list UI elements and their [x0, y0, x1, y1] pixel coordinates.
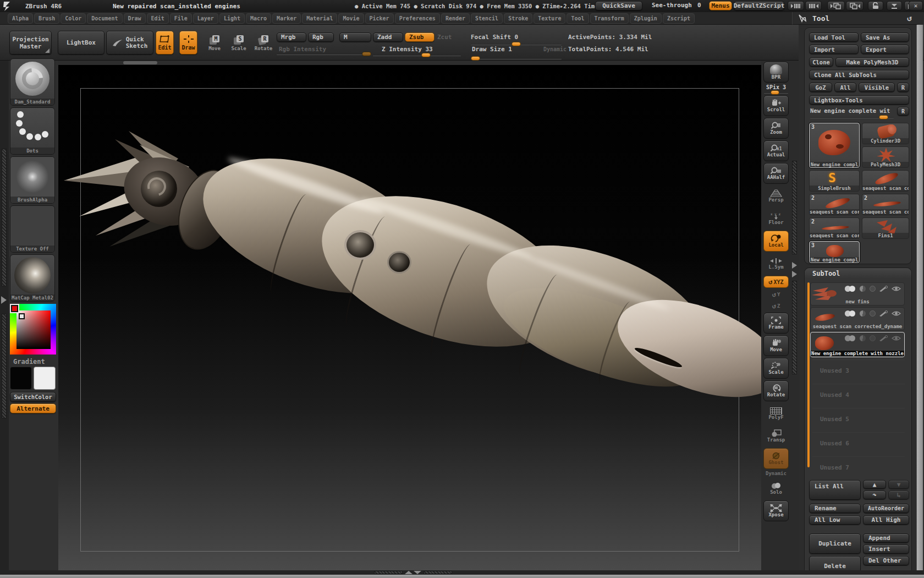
tray-collapse-left-icon[interactable]: [827, 1, 845, 10]
alpha-selector[interactable]: BrushAlpha: [10, 156, 55, 204]
menu-item[interactable]: Brush: [34, 13, 59, 24]
tool-thumb-seaquest-2[interactable]: 2 seaquest scan cor: [809, 194, 860, 215]
xyz-rotate-button[interactable]: ↺ XYZ: [763, 276, 789, 288]
z-intensity-slider[interactable]: [373, 55, 461, 56]
rotate-button[interactable]: R Rotate: [252, 32, 274, 54]
ghost-button[interactable]: Ghost: [763, 448, 789, 469]
menu-item[interactable]: Stroke: [504, 13, 532, 24]
goz-all-button[interactable]: All: [834, 83, 856, 92]
material-selector[interactable]: MatCap Metal02: [10, 254, 55, 302]
all-low-button[interactable]: All Low: [809, 515, 861, 525]
transp-button[interactable]: Transp: [763, 426, 789, 446]
goz-r-button[interactable]: R: [897, 83, 909, 92]
right-tray-divider[interactable]: [792, 62, 798, 570]
menu-item[interactable]: Draw: [124, 13, 146, 24]
tray-collapse-down-icon[interactable]: [414, 571, 421, 574]
lsym-button[interactable]: L.Sym: [763, 253, 789, 274]
halftone-icon[interactable]: [870, 310, 876, 317]
y-rotate-button[interactable]: ↺Y: [763, 290, 789, 299]
menu-item[interactable]: File: [170, 13, 192, 24]
subtool-unused-item[interactable]: Unused 6: [812, 432, 905, 454]
tool-thumb-simplebrush[interactable]: S SimpleBrush: [809, 170, 860, 192]
divider-left-icon[interactable]: [788, 1, 804, 10]
quicksave-button[interactable]: QuickSave: [595, 1, 642, 10]
divider-right-icon[interactable]: [805, 1, 822, 10]
scale-button[interactable]: S Scale: [229, 32, 249, 54]
menu-item[interactable]: Edit: [147, 13, 169, 24]
menu-item[interactable]: Stencil: [471, 13, 503, 24]
menu-item[interactable]: Alpha: [8, 13, 33, 24]
focal-shift-handle[interactable]: [512, 42, 521, 46]
shade-icon[interactable]: [860, 310, 866, 317]
lightbox-tools-button[interactable]: Lightbox▸Tools: [809, 95, 909, 105]
menu-item[interactable]: Light: [219, 13, 245, 24]
subtool-item-new-engine-selected[interactable]: New engine complete with nozzle: [810, 332, 905, 357]
tool-thumb-seaquest-4[interactable]: 2 seaquest scan cor: [809, 217, 860, 239]
append-button[interactable]: Append: [863, 533, 909, 543]
polypaint-icon[interactable]: [845, 335, 856, 341]
subtool-move-down-hierarchy-button[interactable]: ↳: [888, 490, 909, 499]
move-button[interactable]: M Move: [205, 32, 224, 54]
bottom-tray-edge[interactable]: [0, 575, 924, 578]
subtool-unused-item[interactable]: Unused 4: [812, 384, 905, 406]
zcut-button[interactable]: Zcut: [437, 34, 452, 41]
minimize-icon[interactable]: [887, 1, 902, 10]
shade-icon[interactable]: [860, 286, 866, 292]
subtool-down-button[interactable]: ▼: [888, 480, 909, 489]
current-tool-slider[interactable]: [810, 117, 894, 118]
picker-cursor[interactable]: [19, 313, 25, 319]
spix-control[interactable]: SPix 3: [763, 84, 789, 94]
tray-collapse-right-icon[interactable]: [846, 1, 864, 10]
all-high-button[interactable]: All High: [863, 515, 909, 525]
main-color-swatch[interactable]: [11, 305, 18, 312]
tool-thumb-fins1[interactable]: Fins1: [862, 217, 909, 239]
menu-item[interactable]: Document: [87, 13, 122, 24]
aahalf-button[interactable]: AAHalf: [763, 163, 789, 184]
make-polymesh3d-button[interactable]: Make PolyMesh3D: [835, 57, 909, 67]
move-view-button[interactable]: Move: [763, 335, 789, 356]
insert-button[interactable]: Insert: [863, 544, 909, 554]
viewport-canvas[interactable]: [58, 65, 761, 570]
rgb-button[interactable]: Rgb: [308, 32, 334, 42]
menu-item[interactable]: Texture: [534, 13, 565, 24]
rgb-intensity-slider[interactable]: [277, 54, 371, 55]
zsub-button[interactable]: Zsub: [405, 32, 435, 42]
menu-item[interactable]: Tool: [566, 13, 588, 24]
paintbrush-icon[interactable]: [879, 310, 888, 317]
canvas-top-scrollbar-handle[interactable]: [123, 61, 157, 64]
menu-item[interactable]: Render: [441, 13, 470, 24]
mrgb-button[interactable]: Mrgb: [277, 32, 306, 42]
menu-item[interactable]: Zscript: [663, 13, 695, 24]
subtool-header[interactable]: SubTool: [805, 268, 911, 279]
actual-button[interactable]: x1 Actual: [763, 140, 789, 161]
texture-selector[interactable]: Texture Off: [10, 205, 55, 253]
menu-item[interactable]: Preferences: [395, 13, 440, 24]
projection-master-button[interactable]: Projection Master: [9, 31, 52, 54]
save-as-button[interactable]: Save As: [861, 32, 909, 42]
brush-selector[interactable]: Dam_Standard: [10, 58, 55, 106]
local-button[interactable]: Local: [763, 231, 789, 252]
scroll-button[interactable]: Scroll: [763, 95, 789, 116]
subtool-up-button[interactable]: ▲: [863, 480, 886, 489]
autoreorder-button[interactable]: AutoReorder: [863, 504, 909, 513]
tray-expand-up-icon[interactable]: [405, 571, 413, 574]
tool-thumb-seaquest-3[interactable]: 2 seaquest scan cor: [862, 194, 909, 215]
del-other-button[interactable]: Del Other: [863, 556, 909, 565]
subtool-scrollbar[interactable]: [807, 282, 810, 467]
current-tool-slider-handle[interactable]: [879, 115, 888, 119]
export-button[interactable]: Export: [861, 45, 909, 54]
xpose-button[interactable]: Xpose: [763, 500, 789, 521]
rgb-intensity-handle[interactable]: [362, 52, 371, 56]
menu-item[interactable]: Marker: [272, 13, 301, 24]
close-icon[interactable]: ✕: [909, 1, 923, 10]
import-button[interactable]: Import: [809, 45, 859, 54]
zadd-button[interactable]: Zadd: [373, 32, 403, 42]
menu-item[interactable]: Zplugin: [630, 13, 662, 24]
goz-button[interactable]: GoZ: [809, 83, 832, 92]
draw-button[interactable]: Draw: [179, 31, 197, 54]
clone-all-subtools-button[interactable]: Clone All SubTools: [809, 70, 909, 79]
tool-thumb-cylinder3d[interactable]: Cylinder3D: [862, 123, 909, 144]
polypaint-icon[interactable]: [845, 286, 856, 292]
floor-button[interactable]: x y z Floor: [763, 208, 789, 229]
paintbrush-icon[interactable]: [879, 286, 888, 292]
